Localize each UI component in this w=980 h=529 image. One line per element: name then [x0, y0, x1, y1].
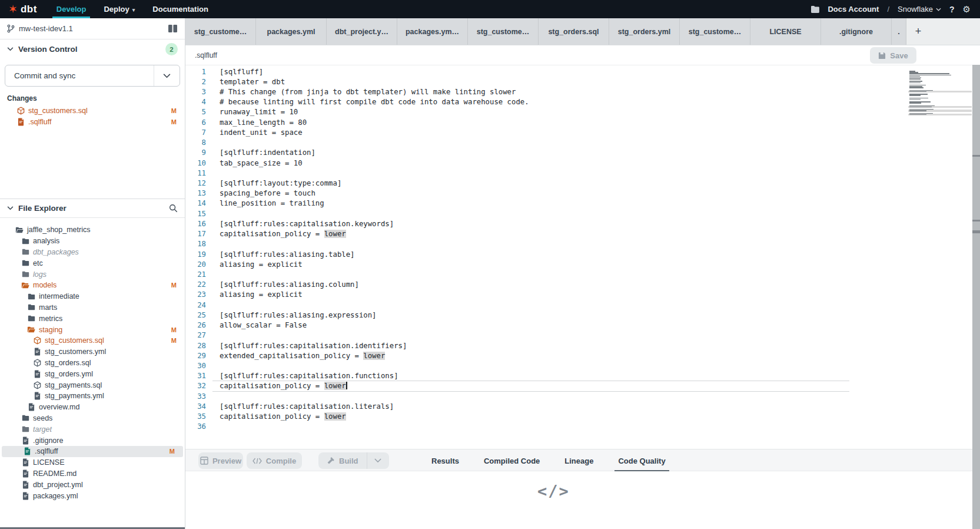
tree-item-stg-payments-yml[interactable]: stg_payments.yml — [0, 391, 185, 402]
tree-item--gitignore[interactable]: .gitignore — [0, 435, 185, 446]
build-options-chevron[interactable] — [367, 452, 389, 469]
tree-item--sqlfluff[interactable]: .sqlfluffM — [2, 446, 183, 457]
changed-file-row[interactable]: stg_customers.sqlM — [0, 105, 185, 116]
tree-item-stg-customers-yml[interactable]: stg_customers.yml — [0, 346, 185, 358]
build-button[interactable]: Build — [318, 452, 367, 469]
git-branch-icon — [7, 24, 15, 33]
tree-item-license[interactable]: LICENSE — [0, 457, 185, 468]
line-text: extended_capitalisation_policy = lower — [220, 352, 385, 360]
tree-item-label: jaffle_shop_metrics — [27, 226, 90, 234]
tree-item-stg-orders-yml[interactable]: stg_orders.yml — [0, 368, 185, 379]
line-number: 32 — [185, 382, 220, 390]
scrollbar-annotation — [972, 220, 980, 221]
new-tab-button[interactable]: + — [906, 18, 930, 45]
commit-options-chevron[interactable] — [154, 65, 180, 86]
minimap-line — [909, 95, 921, 96]
tree-item-dbt-packages[interactable]: dbt_packages — [0, 247, 185, 258]
file-doc-icon — [27, 403, 35, 411]
panel-tab-lineage[interactable]: Lineage — [561, 449, 597, 472]
highlighted-occurrence: lower — [324, 382, 346, 390]
tree-item-models[interactable]: modelsM — [0, 280, 185, 291]
nav-item-label: Documentation — [152, 5, 208, 14]
nav-item-deploy[interactable]: Deploy▾ — [95, 0, 144, 18]
file-tab[interactable]: stg_custome… — [185, 18, 256, 45]
connection-menu[interactable]: Snowflake — [898, 5, 941, 14]
file-doc-icon — [33, 392, 41, 400]
panel-tab-compiled-code[interactable]: Compiled Code — [480, 449, 543, 472]
tree-item-stg-customers-sql[interactable]: stg_customers.sqlM — [0, 335, 185, 346]
line-text: line_position = trailing — [220, 199, 324, 207]
save-button[interactable]: Save — [870, 47, 916, 64]
code-line: 23aliasing = explicit — [185, 290, 980, 300]
model-cube-icon — [33, 381, 41, 389]
tree-item-staging[interactable]: stagingM — [0, 324, 185, 335]
line-number: 6 — [185, 118, 220, 127]
folder-icon — [21, 426, 29, 432]
line-number: 23 — [185, 290, 220, 299]
panel-tab-results[interactable]: Results — [428, 449, 463, 472]
vertical-scrollbar[interactable] — [972, 65, 980, 529]
nav-item-develop[interactable]: Develop — [48, 0, 95, 18]
version-control-header[interactable]: Version Control 2 — [0, 39, 185, 59]
highlighted-occurrence: lower — [363, 352, 385, 360]
tree-item-stg-orders-sql[interactable]: stg_orders.sql — [0, 358, 185, 369]
file-tab[interactable]: dbt_project.y… — [327, 18, 397, 45]
tree-item-packages-yml[interactable]: packages.yml — [0, 490, 185, 501]
changed-file-row[interactable]: .sqlfluffM — [0, 116, 185, 127]
build-label: Build — [339, 457, 358, 465]
folder-open-icon — [15, 227, 24, 233]
code-editor[interactable]: 1[sqlfluff]2templater = dbt3# This chang… — [185, 65, 980, 449]
file-tab[interactable]: stg_orders.sql — [539, 18, 609, 45]
file-tab[interactable]: stg_custome… — [680, 18, 750, 45]
file-tab[interactable]: LICENSE — [750, 18, 821, 45]
preview-button[interactable]: Preview — [198, 452, 243, 469]
file-tab[interactable]: stg_custome… — [468, 18, 539, 45]
file-explorer-header[interactable]: File Explorer — [0, 199, 185, 218]
commit-and-sync-button[interactable]: Commit and sync — [5, 65, 180, 87]
tree-item-logs[interactable]: logs — [0, 269, 185, 280]
file-tab-strip: stg_custome…packages.ymldbt_project.y…pa… — [185, 18, 980, 45]
tree-item-seeds[interactable]: seeds — [0, 413, 185, 424]
tree-item-stg-payments-sql[interactable]: stg_payments.sql — [0, 379, 185, 391]
gear-icon[interactable]: ⚙ — [963, 4, 971, 15]
panel-tab-code-quality[interactable]: Code Quality — [614, 449, 669, 472]
dbt-logo[interactable]: ✶ dbt — [0, 0, 48, 18]
account-menu[interactable]: Docs Account — [828, 5, 879, 14]
tree-item-readme-md[interactable]: README.md — [0, 468, 185, 480]
tree-item-intermediate[interactable]: intermediate — [0, 291, 185, 302]
tree-item-jaffle-shop-metrics[interactable]: jaffle_shop_metrics — [0, 224, 185, 236]
file-tab[interactable]: stg_orders.yml — [609, 18, 680, 45]
panel-tabs: ResultsCompiled CodeLineageCode Quality — [428, 449, 669, 472]
file-tab[interactable]: .gitignore — [821, 18, 892, 45]
open-file-name: .sqlfluff — [195, 51, 217, 59]
tree-item-label: stg_payments.yml — [45, 392, 104, 400]
tree-item-marts[interactable]: marts — [0, 302, 185, 313]
file-tab[interactable]: packages.ym… — [397, 18, 468, 45]
tree-item-target[interactable]: target — [0, 424, 185, 435]
code-icon — [253, 458, 262, 464]
tree-item-analysis[interactable]: analysis — [0, 236, 185, 247]
search-icon[interactable] — [169, 204, 178, 213]
minimap[interactable] — [908, 71, 973, 153]
tree-item-label: staging — [39, 326, 62, 334]
line-number: 14 — [185, 199, 220, 207]
file-tab[interactable]: packages.yml — [256, 18, 327, 45]
split-panes-icon[interactable] — [168, 24, 178, 33]
nav-item-label: Deploy — [104, 5, 129, 14]
overflow-file-tab[interactable]: . — [892, 18, 906, 45]
code-line: 17capitalisation_policy = lower — [185, 229, 980, 239]
tree-item-dbt-project-yml[interactable]: dbt_project.yml — [0, 479, 185, 490]
line-text: [sqlfluff:layout:type:comma] — [220, 179, 341, 187]
dbt-cloud-ide: ✶ dbt DevelopDeploy▾Documentation Docs A… — [0, 0, 980, 529]
code-line: 16[sqlfluff:rules:capitalisation.keyword… — [185, 219, 980, 229]
code-line: 3# This change (from jinja to dbt templa… — [185, 87, 980, 97]
nav-item-documentation[interactable]: Documentation — [144, 0, 217, 18]
tree-item-metrics[interactable]: metrics — [0, 313, 185, 324]
tree-item-etc[interactable]: etc — [0, 257, 185, 269]
help-button[interactable]: ? — [949, 5, 955, 14]
code-line: 29extended_capitalisation_policy = lower — [185, 351, 980, 361]
top-nav: ✶ dbt DevelopDeploy▾Documentation Docs A… — [0, 0, 980, 18]
compile-button[interactable]: Compile — [247, 452, 302, 469]
tree-item-label: stg_orders.yml — [45, 370, 93, 378]
tree-item-overview-md[interactable]: overview.md — [0, 402, 185, 413]
